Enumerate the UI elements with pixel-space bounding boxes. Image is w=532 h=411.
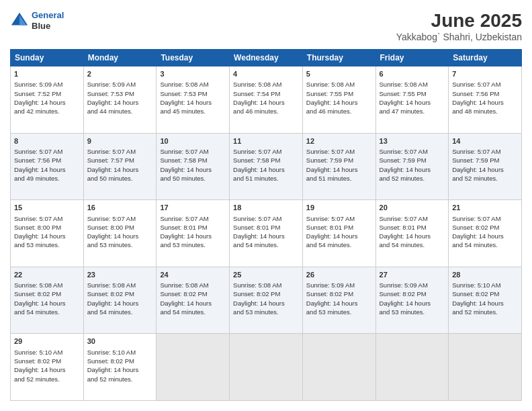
day-info: and 54 minutes.: [14, 308, 80, 316]
table-row: 30Sunrise: 5:10 AMSunset: 8:02 PMDayligh…: [83, 334, 157, 401]
day-info: and 52 minutes.: [452, 308, 518, 316]
table-row: 28Sunrise: 5:10 AMSunset: 8:02 PMDayligh…: [449, 267, 522, 334]
table-row: [375, 334, 449, 401]
day-number: 7: [452, 69, 518, 79]
day-info: Daylight: 14 hours: [306, 98, 372, 107]
day-info: and 53 minutes.: [14, 240, 80, 249]
day-info: Sunset: 8:02 PM: [233, 289, 299, 298]
day-info: and 45 minutes.: [160, 107, 226, 116]
day-number: 21: [452, 203, 518, 213]
day-info: and 49 minutes.: [14, 174, 80, 183]
day-number: 28: [452, 270, 518, 280]
day-info: Sunrise: 5:10 AM: [87, 348, 153, 357]
table-row: [230, 334, 303, 401]
day-info: Sunrise: 5:09 AM: [14, 80, 80, 89]
location-subtitle: Yakkabog` Shahri, Uzbekistan: [396, 32, 522, 42]
day-info: Sunrise: 5:07 AM: [452, 80, 518, 89]
day-info: Daylight: 14 hours: [452, 98, 518, 107]
day-info: and 54 minutes.: [380, 240, 445, 249]
day-info: Daylight: 14 hours: [380, 98, 445, 107]
table-row: 10Sunrise: 5:07 AMSunset: 7:58 PMDayligh…: [157, 133, 230, 200]
day-info: Sunset: 8:01 PM: [233, 223, 299, 232]
day-info: Daylight: 14 hours: [14, 232, 80, 240]
day-info: Daylight: 14 hours: [306, 232, 372, 240]
day-number: 30: [87, 336, 153, 347]
day-info: Sunrise: 5:07 AM: [452, 214, 518, 223]
day-info: Daylight: 14 hours: [14, 299, 80, 308]
table-row: 12Sunrise: 5:07 AMSunset: 7:59 PMDayligh…: [302, 133, 375, 200]
logo-icon: [10, 11, 29, 30]
table-row: 26Sunrise: 5:09 AMSunset: 8:02 PMDayligh…: [302, 267, 375, 334]
logo: General Blue: [10, 10, 64, 31]
table-row: 13Sunrise: 5:07 AMSunset: 7:59 PMDayligh…: [375, 133, 449, 200]
day-info: Sunrise: 5:07 AM: [160, 147, 226, 156]
day-info: and 52 minutes.: [87, 375, 153, 383]
table-row: 16Sunrise: 5:07 AMSunset: 8:00 PMDayligh…: [83, 200, 157, 267]
day-info: and 53 minutes.: [306, 308, 372, 316]
day-info: Sunset: 8:02 PM: [87, 357, 153, 365]
day-number: 12: [306, 136, 372, 146]
day-info: Daylight: 14 hours: [306, 299, 372, 308]
day-info: Sunrise: 5:07 AM: [233, 214, 299, 223]
calendar-week-3: 15Sunrise: 5:07 AMSunset: 8:00 PMDayligh…: [11, 200, 522, 267]
day-info: Sunset: 8:02 PM: [380, 289, 445, 298]
day-info: Sunset: 8:00 PM: [14, 223, 80, 232]
day-info: and 54 minutes.: [233, 240, 299, 249]
day-number: 27: [380, 270, 445, 280]
day-number: 20: [380, 203, 445, 213]
day-info: Sunrise: 5:08 AM: [233, 80, 299, 89]
day-info: and 53 minutes.: [160, 240, 226, 249]
day-info: Sunrise: 5:07 AM: [14, 214, 80, 223]
day-info: and 50 minutes.: [160, 174, 226, 183]
day-info: Sunrise: 5:07 AM: [452, 147, 518, 156]
col-tuesday: Tuesday: [157, 50, 230, 66]
day-number: 14: [452, 136, 518, 146]
day-info: Sunset: 7:52 PM: [14, 89, 80, 98]
day-info: Sunrise: 5:09 AM: [87, 80, 153, 89]
day-info: Sunrise: 5:07 AM: [380, 214, 445, 223]
table-row: [157, 334, 230, 401]
day-info: and 52 minutes.: [380, 174, 445, 183]
day-info: Daylight: 14 hours: [87, 299, 153, 308]
table-row: 1Sunrise: 5:09 AMSunset: 7:52 PMDaylight…: [11, 66, 84, 134]
table-row: 2Sunrise: 5:09 AMSunset: 7:53 PMDaylight…: [83, 66, 157, 134]
day-info: Daylight: 14 hours: [306, 165, 372, 174]
day-info: Daylight: 14 hours: [160, 98, 226, 107]
day-info: Sunrise: 5:09 AM: [380, 281, 445, 289]
day-info: Sunset: 8:02 PM: [452, 223, 518, 232]
day-info: and 54 minutes.: [306, 240, 372, 249]
day-number: 13: [380, 136, 445, 146]
day-info: Sunset: 7:56 PM: [14, 156, 80, 165]
day-info: and 53 minutes.: [380, 308, 445, 316]
day-info: Sunrise: 5:10 AM: [14, 348, 80, 357]
day-info: and 54 minutes.: [87, 308, 153, 316]
day-info: Sunrise: 5:07 AM: [380, 147, 445, 156]
day-info: Sunrise: 5:07 AM: [233, 147, 299, 156]
day-info: Daylight: 14 hours: [160, 232, 226, 240]
title-section: June 2025 Yakkabog` Shahri, Uzbekistan: [396, 10, 522, 42]
day-info: Daylight: 14 hours: [380, 299, 445, 308]
day-info: Daylight: 14 hours: [380, 232, 445, 240]
table-row: 25Sunrise: 5:08 AMSunset: 8:02 PMDayligh…: [230, 267, 303, 334]
logo-text: General Blue: [32, 10, 64, 31]
day-info: Sunrise: 5:08 AM: [87, 281, 153, 289]
day-info: Sunset: 7:59 PM: [452, 156, 518, 165]
day-number: 19: [306, 203, 372, 213]
table-row: 7Sunrise: 5:07 AMSunset: 7:56 PMDaylight…: [449, 66, 522, 134]
day-info: and 52 minutes.: [14, 375, 80, 383]
table-row: 9Sunrise: 5:07 AMSunset: 7:57 PMDaylight…: [83, 133, 157, 200]
day-info: Sunrise: 5:07 AM: [87, 214, 153, 223]
day-info: Sunset: 8:02 PM: [14, 357, 80, 365]
day-info: Sunrise: 5:09 AM: [306, 281, 372, 289]
day-number: 24: [160, 270, 226, 280]
day-info: and 42 minutes.: [14, 107, 80, 116]
table-row: 15Sunrise: 5:07 AMSunset: 8:00 PMDayligh…: [11, 200, 84, 267]
col-saturday: Saturday: [449, 50, 522, 66]
day-info: Daylight: 14 hours: [452, 165, 518, 174]
day-info: Sunset: 8:02 PM: [14, 289, 80, 298]
day-info: Sunset: 7:59 PM: [306, 156, 372, 165]
day-info: Sunrise: 5:08 AM: [380, 80, 445, 89]
day-info: Daylight: 14 hours: [87, 165, 153, 174]
day-info: Sunrise: 5:07 AM: [306, 147, 372, 156]
day-info: Sunset: 8:02 PM: [160, 289, 226, 298]
